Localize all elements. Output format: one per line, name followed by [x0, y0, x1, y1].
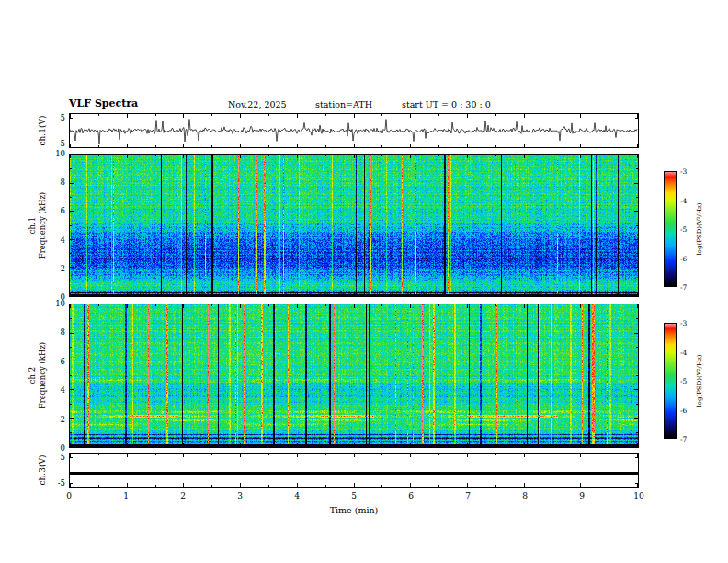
- y-tick-label: 0: [35, 443, 65, 453]
- y-tick-label: 2: [35, 264, 65, 273]
- colorbar-tick-label: -5: [680, 225, 687, 234]
- axis-label-line: ch.2: [28, 342, 38, 408]
- vlf-spectra-figure: VLF Spectra Nov.22, 2025 station=ATH sta…: [0, 0, 728, 563]
- colorbar-ch2-label: log(PSD)(V²/Hz): [696, 355, 703, 408]
- axis-label-line: Frequency (kHz): [38, 192, 48, 259]
- colorbar-ch1: [664, 171, 677, 287]
- colorbar-ch2-canvas: [665, 324, 676, 438]
- colorbar-tick-label: -6: [680, 407, 687, 415]
- colorbar-ch1-canvas: [665, 172, 676, 286]
- axis-label-line: Frequency (kHz): [38, 342, 48, 408]
- colorbar-ch1-label: log(PSD)(V²/Hz): [696, 203, 703, 256]
- ch1-spectrogram-panel: [69, 154, 639, 297]
- ch1-voltage-axis-label: ch.1(V): [38, 116, 47, 146]
- x-tick-label: 4: [285, 491, 309, 500]
- date-label: Nov.22, 2025: [228, 99, 287, 109]
- x-tick-label: 8: [513, 491, 537, 500]
- ch1-waveform-canvas: [70, 114, 638, 147]
- ch1-spectrogram-canvas: [70, 155, 638, 296]
- ch1-waveform-panel: [69, 113, 639, 148]
- ch3-voltage-axis-label: ch.3(V): [38, 455, 47, 486]
- colorbar-ch2: [664, 323, 677, 439]
- x-axis-label: Time (min): [330, 505, 379, 515]
- start-ut-label: start UT = 0 : 30 : 0: [402, 99, 491, 109]
- x-tick-label: 2: [171, 491, 195, 500]
- colorbar-tick-label: -7: [680, 435, 687, 443]
- colorbar-tick-label: -6: [680, 255, 687, 263]
- y-tick-label: 8: [35, 327, 65, 337]
- y-tick-label: 10: [35, 299, 65, 308]
- x-tick-label: 10: [627, 491, 651, 500]
- x-tick-label: 0: [57, 491, 81, 500]
- colorbar-tick-label: -7: [680, 283, 687, 292]
- y-tick-label: 8: [35, 178, 65, 187]
- x-tick-label: 3: [228, 491, 252, 500]
- axis-label-line: ch.1: [28, 192, 38, 259]
- y-tick-label: 10: [35, 149, 65, 158]
- x-tick-label: 5: [342, 491, 366, 500]
- figure-title: VLF Spectra: [69, 98, 138, 109]
- x-tick-label: 6: [399, 491, 423, 500]
- colorbar-tick-label: -4: [680, 197, 687, 205]
- ch2-spectrogram-canvas: [70, 304, 638, 447]
- x-tick-label: 7: [456, 491, 480, 500]
- x-tick-label: 9: [570, 491, 594, 500]
- ch2-spectrogram-panel: [69, 304, 639, 448]
- colorbar-tick-label: -3: [680, 167, 687, 176]
- ch2-frequency-axis-label: ch.2 Frequency (kHz): [28, 342, 47, 408]
- colorbar-tick-label: -3: [680, 319, 687, 327]
- colorbar-tick-label: -5: [680, 377, 687, 385]
- ch3-waveform-panel: [69, 453, 639, 488]
- ch3-waveform-canvas: [70, 454, 638, 487]
- colorbar-tick-label: -4: [680, 349, 687, 357]
- x-tick-label: 1: [114, 491, 138, 500]
- ch1-frequency-axis-label: ch.1 Frequency (kHz): [28, 192, 47, 259]
- station-label: station=ATH: [315, 99, 372, 109]
- y-tick-label: 2: [35, 415, 65, 424]
